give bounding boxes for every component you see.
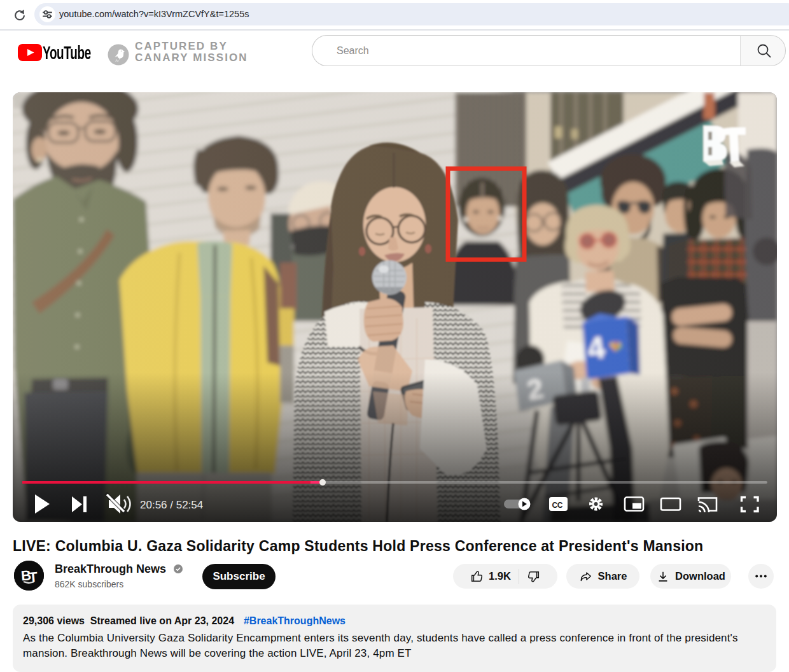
svg-text:20:56 / 52:54: 20:56 / 52:54 [140, 499, 203, 511]
svg-text:CC: CC [552, 501, 563, 510]
